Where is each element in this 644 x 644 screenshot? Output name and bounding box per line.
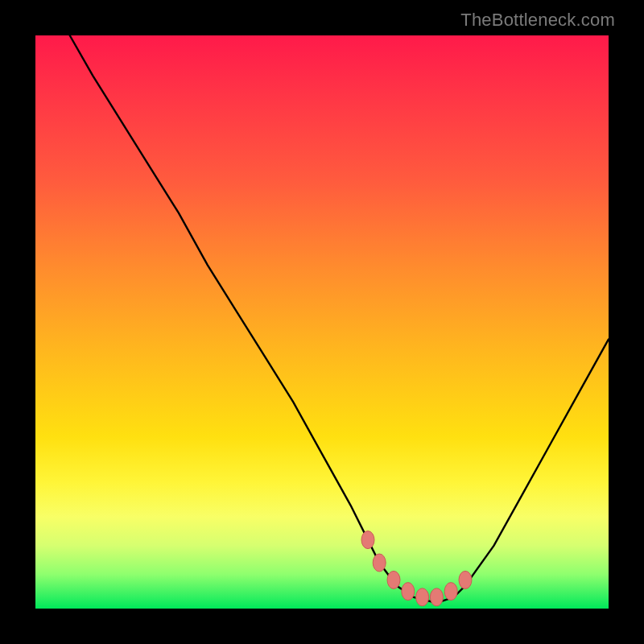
bottleneck-curve — [70, 35, 609, 603]
curve-marker — [444, 583, 457, 601]
curve-marker — [361, 531, 374, 549]
curve-marker — [402, 583, 415, 601]
chart-svg — [35, 35, 609, 609]
watermark-text: TheBottleneck.com — [460, 10, 615, 31]
curve-marker — [373, 554, 386, 572]
curve-marker — [430, 588, 443, 606]
flat-region-markers — [361, 531, 472, 606]
curve-marker — [416, 588, 429, 606]
plot-area — [35, 35, 609, 609]
chart-frame: TheBottleneck.com — [0, 0, 644, 644]
curve-marker — [387, 571, 400, 588]
curve-marker — [459, 571, 472, 588]
